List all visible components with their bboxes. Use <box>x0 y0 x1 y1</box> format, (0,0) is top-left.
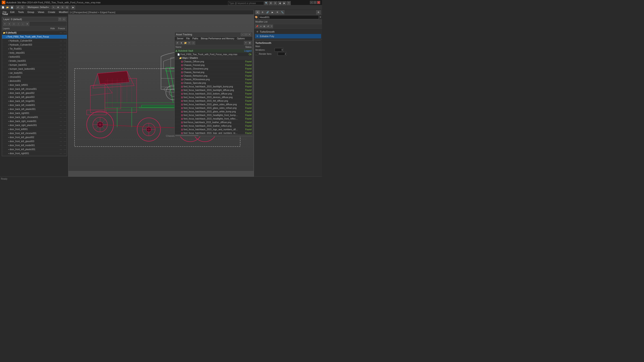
asset-item[interactable]: 🖼Chassis_Glossiness.pngFound <box>175 67 252 71</box>
tab-modify[interactable]: ⚙ <box>260 10 265 14</box>
asset-help-button[interactable]: ? <box>244 41 248 45</box>
right-panel-settings-button[interactable]: ⚙ <box>316 10 321 14</box>
search-prev-button[interactable]: ◀ <box>278 1 282 5</box>
object-name-input[interactable] <box>258 15 319 19</box>
asset-item[interactable]: 🖼ford_focus_hatchback_2015_bottom_diffus… <box>175 92 252 96</box>
asset-menu-file[interactable]: File <box>185 37 191 40</box>
layer-up-button[interactable]: ↑ <box>16 22 20 26</box>
minimize-button[interactable]: − <box>310 1 313 4</box>
move-button[interactable]: ✥ <box>56 5 60 9</box>
layer-item[interactable]: ▸door_back_left001—— <box>2 83 67 87</box>
layer-item[interactable]: ▸door_back_right001—— <box>2 111 67 115</box>
asset-item[interactable]: 🖼ford_focus_hatchback_2015_devices_diffu… <box>175 96 252 99</box>
render-button[interactable]: ▶ <box>71 5 75 9</box>
modifier-help-button[interactable]: ? <box>270 24 273 28</box>
redo-button[interactable]: ↻ <box>20 5 24 9</box>
tab-utilities[interactable]: 🔧 <box>280 10 284 14</box>
layer-select-button[interactable]: □ <box>12 22 16 26</box>
layer-item[interactable]: ▸door_back_right_inside001—— <box>2 119 67 123</box>
layer-item[interactable]: ▸door_back_left_inside001—— <box>2 103 67 107</box>
layer-item[interactable]: ▸door_front_left_glass002—— <box>2 135 67 139</box>
asset-item[interactable]: 📁Maps / Shaders <box>175 56 252 60</box>
save-file-button[interactable]: 💾 <box>10 5 14 9</box>
asset-scrollbar-thumb[interactable] <box>175 135 198 136</box>
layer-item[interactable]: ▸door_front_left_chrome001—— <box>2 131 67 135</box>
asset-item[interactable]: 🖼ford focus_hatchback_2015_leather_diffu… <box>175 121 252 124</box>
layer-panel-help-button[interactable]: ? <box>58 18 62 21</box>
layer-item[interactable]: ▸door_back_left_chrome001—— <box>2 87 67 91</box>
tab-hierarchy[interactable]: 🔗 <box>265 10 270 14</box>
layer-item[interactable]: ▸door_back_left_glass003—— <box>2 95 67 99</box>
layer-item[interactable]: ▸door_front_left_plastic001—— <box>2 147 67 151</box>
asset-item[interactable]: 🖧Autodesk VaultLogged <box>175 49 252 53</box>
new-file-button[interactable]: 📄 <box>1 5 5 9</box>
select-button[interactable]: ↖ <box>52 5 56 9</box>
layer-item[interactable]: ▸door_front_left_inside001—— <box>2 143 67 147</box>
modifier-pin-button[interactable]: 📌 <box>255 24 259 28</box>
menu-create[interactable]: Create <box>46 10 57 14</box>
tab-motion[interactable]: ▶ <box>270 10 274 14</box>
asset-item[interactable]: 🖼ford_focus_hatchback_2015_leather_refle… <box>175 124 252 128</box>
layer-item[interactable]: ▸body_steps001—— <box>2 51 67 55</box>
asset-item[interactable]: 🖼ford_focus_hatchback_2015_headlights_fr… <box>175 117 252 121</box>
maximize-button[interactable]: □ <box>314 1 317 4</box>
asset-item[interactable]: 🖼ford_focus_hatchback_2015_logo_and_numb… <box>175 128 252 131</box>
layer-item[interactable]: ▸door_front_left_glass003—— <box>2 139 67 143</box>
asset-menu-paths[interactable]: Paths <box>191 37 200 40</box>
layer-item[interactable]: ▸door_back_right_plastic001—— <box>2 123 67 127</box>
layer-item[interactable]: ▸door_back_right_chrome001—— <box>2 115 67 119</box>
layer-list[interactable]: 📁0 (default)——◆Ford_F650_Tow_Truck_with_… <box>2 31 67 156</box>
layer-item[interactable]: ▸door_back_left_plastic001—— <box>2 107 67 111</box>
layer-item[interactable]: ▸door_front_left001—— <box>2 127 67 131</box>
asset-item[interactable]: 🖼ford_focus_hatchback_2015_logo_and_numb… <box>175 131 252 134</box>
title-bar-right[interactable]: − □ × <box>310 1 320 4</box>
modifier-stack-button[interactable]: ≡ <box>260 24 262 28</box>
asset-select-button[interactable]: □ <box>192 41 195 45</box>
render-iters-checkbox[interactable]: ✓ <box>255 52 258 55</box>
asset-close-button[interactable]: × <box>248 33 251 36</box>
tab-display[interactable]: 👁 <box>275 10 280 14</box>
layer-options-button[interactable]: ≡ <box>25 22 29 26</box>
layer-item[interactable]: ▸Hydraulic_Cylinder004—— <box>2 39 67 43</box>
asset-item[interactable]: 🖼Chassis_Fresnel.pngFound <box>175 63 252 67</box>
workspace-dropdown[interactable]: Workspace: Default ▾ <box>26 5 50 9</box>
layer-down-button[interactable]: ↓ <box>21 22 25 26</box>
layer-item[interactable]: ▸bumper_back001—— <box>2 63 67 67</box>
asset-item[interactable]: 🖼ford_focus_hatchback_2015_glass_sides_r… <box>175 106 252 110</box>
layer-item[interactable]: ▸Tie_Rod001—— <box>2 47 67 51</box>
asset-item[interactable]: 🖼ford_focus_hatchback_2015_headlights_fr… <box>175 113 252 117</box>
layer-item[interactable]: ◆Ford_F650_Tow_Truck_with_Ford_Focus—— <box>2 35 67 39</box>
layer-item[interactable]: ▸Hydraulic_Cylinder003—— <box>2 43 67 47</box>
asset-scrollbar-area[interactable] <box>175 134 252 136</box>
layer-item[interactable]: 📁0 (default)—— <box>2 31 67 35</box>
layer-item[interactable]: ▸door_front_right_chrome001—— <box>2 156 67 156</box>
search-input[interactable] <box>228 1 264 5</box>
layer-item[interactable]: ▸breaks_back001—— <box>2 59 67 63</box>
asset-item[interactable]: 🖼ford_focus_hatchback_2015_backlight_bum… <box>175 85 252 88</box>
layer-item[interactable]: ▸car_body001—— <box>2 71 67 75</box>
asset-item[interactable]: 🖼Chassis_RGlossiness.pngFound <box>175 78 252 81</box>
layer-delete-button[interactable]: × <box>8 22 12 26</box>
search-button[interactable]: 🔍 <box>264 1 268 5</box>
modifier-history-button[interactable]: ↺ <box>266 24 270 28</box>
search-next-button[interactable]: ▶ <box>282 1 286 5</box>
asset-item[interactable]: 🖼ford_focus_hatchback_2015_felt_diffuse.… <box>175 99 252 103</box>
layer-item[interactable]: ▸door_back_left_glass002—— <box>2 91 67 95</box>
asset-item[interactable]: 🖼Chassis_Diffuse.pngFound <box>175 60 252 63</box>
layer-item[interactable]: ▸devices001—— <box>2 79 67 83</box>
asset-menu-bitmap[interactable]: Bitmap Performance and Memory <box>200 37 236 40</box>
layer-new-button[interactable]: + <box>3 22 7 26</box>
asset-browse-button[interactable]: 📂 <box>184 41 187 45</box>
asset-item[interactable]: 🖼ford_focus_hatchback_2015_backlight_dif… <box>175 88 252 92</box>
layer-item[interactable]: ▸chrome001—— <box>2 75 67 79</box>
search-clear-button[interactable]: ✕ <box>273 1 277 5</box>
asset-menu-options[interactable]: Options <box>236 37 246 40</box>
asset-item[interactable]: 🖼ford_focus_hatchback_2015_glass_sides_d… <box>175 103 252 106</box>
modifier-param-button[interactable]: ⊞ <box>262 24 266 28</box>
asset-settings-button[interactable]: ⚙ <box>248 41 252 45</box>
asset-strip-path-button[interactable]: ✂ <box>188 41 191 45</box>
asset-list[interactable]: 🖧Autodesk VaultLogged📄Ford_F650_Tow_Truc… <box>175 49 252 134</box>
layer-item[interactable]: ▸door_back_left_hinge001—— <box>2 99 67 103</box>
asset-item[interactable]: 🖼Chassis_Normal.pngFound <box>175 71 252 74</box>
iterations-input[interactable] <box>274 48 284 52</box>
